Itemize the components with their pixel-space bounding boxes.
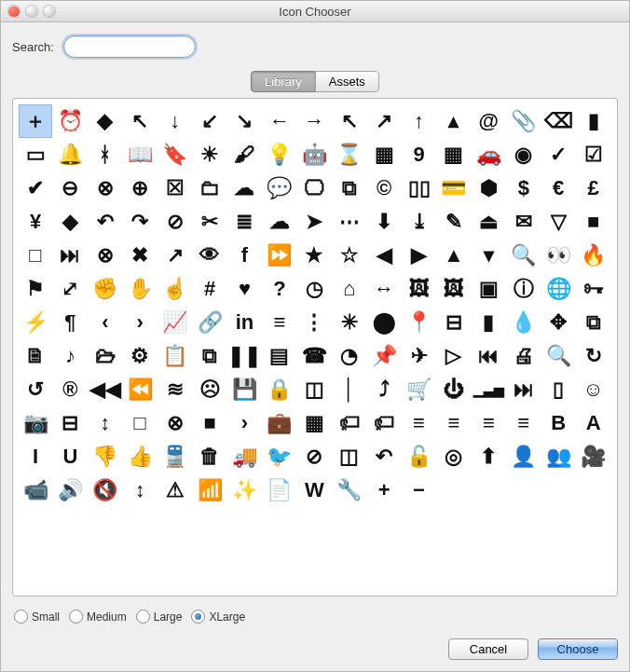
document-export-icon[interactable]: 📄 bbox=[263, 473, 296, 507]
battery-icon[interactable]: ▭ bbox=[19, 138, 52, 171]
do-not-enter-icon[interactable]: ⊘ bbox=[158, 205, 192, 239]
step-forward-icon[interactable]: ⏭ bbox=[53, 239, 87, 272]
play-icon[interactable]: ▶ bbox=[403, 239, 436, 272]
brightness-icon[interactable]: ☀ bbox=[193, 138, 226, 171]
square-filled-icon[interactable]: ■ bbox=[193, 406, 226, 440]
warning-triangle-icon[interactable]: ⚠ bbox=[158, 473, 192, 507]
download-icon[interactable]: ⤓ bbox=[403, 205, 436, 239]
rotate-ccw-icon[interactable]: ↺ bbox=[19, 373, 52, 406]
redo-icon[interactable]: ↷ bbox=[123, 205, 157, 239]
eject-icon[interactable]: ⏏ bbox=[472, 205, 505, 239]
caret-up-icon[interactable]: ▴ bbox=[437, 104, 471, 138]
sitemap-icon[interactable]: ⧉ bbox=[577, 306, 610, 339]
checkbox-checked-icon[interactable]: ☑ bbox=[577, 138, 610, 171]
size-large-radio[interactable]: Large bbox=[136, 610, 183, 624]
bookmark-icon[interactable]: 🔖 bbox=[158, 138, 192, 171]
arrow-down-left-icon[interactable]: ↙ bbox=[193, 104, 226, 138]
circle-clock-icon[interactable]: ◷ bbox=[297, 272, 331, 306]
list-numbered-icon[interactable]: ⋮ bbox=[297, 306, 331, 339]
window-minimize-button[interactable] bbox=[26, 6, 37, 17]
pie-chart-icon[interactable]: ◔ bbox=[333, 339, 366, 373]
volume-icon[interactable]: 🔊 bbox=[53, 473, 87, 507]
resize-horizontal-icon[interactable]: ↔ bbox=[367, 272, 401, 306]
bell-icon[interactable]: 🔔 bbox=[53, 138, 87, 171]
cursor-arrow-icon[interactable]: ↖ bbox=[123, 104, 157, 138]
arrow-down-icon[interactable]: ↓ bbox=[158, 104, 192, 138]
map-pin-icon[interactable]: ⬤ bbox=[367, 306, 401, 339]
backspace-icon[interactable]: ⌫ bbox=[541, 104, 575, 138]
dropper-icon[interactable]: 💧 bbox=[507, 306, 541, 339]
minus-square-icon[interactable]: ⊟ bbox=[437, 306, 471, 339]
sad-face-icon[interactable]: ☹ bbox=[193, 373, 226, 406]
train-icon[interactable]: 🚆 bbox=[158, 440, 192, 473]
mobile-icon[interactable]: ▮ bbox=[472, 306, 505, 339]
home-icon[interactable]: ⌂ bbox=[333, 272, 366, 306]
circle-arrow-up-icon[interactable]: ⬆ bbox=[472, 440, 505, 473]
fast-forward-icon[interactable]: ⏩ bbox=[263, 239, 296, 272]
gear-icon[interactable]: ⚙ bbox=[123, 339, 157, 373]
bluetooth-icon[interactable]: ᚼ bbox=[89, 138, 122, 171]
flame-icon[interactable]: 🔥 bbox=[577, 239, 610, 272]
window-icon[interactable]: ◫ bbox=[333, 440, 366, 473]
align-center-icon[interactable]: ≡ bbox=[472, 406, 505, 440]
eye-icon[interactable]: 👁 bbox=[193, 239, 226, 272]
folder-open-icon[interactable]: 🗁 bbox=[89, 339, 122, 373]
columns-icon[interactable]: ▯▯ bbox=[403, 171, 436, 205]
globe-icon[interactable]: 🌐 bbox=[541, 272, 575, 306]
rotate-cw-icon[interactable]: ↻ bbox=[577, 339, 610, 373]
tag-remove-icon[interactable]: 🏷 bbox=[367, 406, 401, 440]
paint-brush-icon[interactable]: 🖌 bbox=[227, 138, 261, 171]
at-sign-icon[interactable]: @ bbox=[472, 104, 505, 138]
calendar-day-icon[interactable]: 9 bbox=[403, 138, 436, 171]
airplane-icon[interactable]: ✈ bbox=[403, 339, 436, 373]
image-icon[interactable]: 🖼 bbox=[403, 272, 436, 306]
cloud-filled-icon[interactable]: ☁ bbox=[227, 171, 261, 205]
monitor-icon[interactable]: 🖵 bbox=[297, 171, 331, 205]
skip-back-icon[interactable]: ⏮ bbox=[472, 339, 505, 373]
print-preview-icon[interactable]: 🔍 bbox=[541, 339, 575, 373]
download-cloud-icon[interactable]: ☁ bbox=[263, 205, 296, 239]
italic-icon[interactable]: I bbox=[19, 440, 52, 473]
euro-icon[interactable]: € bbox=[541, 171, 575, 205]
arrow-up-left-icon[interactable]: ↖ bbox=[333, 104, 366, 138]
line-chart-icon[interactable]: 📈 bbox=[158, 306, 192, 339]
envelope-icon[interactable]: ✉ bbox=[507, 205, 541, 239]
navigation-cursor-icon[interactable]: ➤ bbox=[297, 205, 331, 239]
users-icon[interactable]: 👥 bbox=[541, 440, 575, 473]
tag-icon[interactable]: 🏷 bbox=[333, 406, 366, 440]
calculator-icon[interactable]: ▦ bbox=[367, 138, 401, 171]
hand-pointer-icon[interactable]: ☝ bbox=[158, 272, 192, 306]
bar-chart-icon[interactable]: ▮ bbox=[577, 104, 610, 138]
trash-icon[interactable]: 🗑 bbox=[193, 440, 226, 473]
signal-bars-icon[interactable]: ▁▃▅ bbox=[472, 373, 505, 406]
x-square-icon[interactable]: ☒ bbox=[158, 171, 192, 205]
star-outline-icon[interactable]: ☆ bbox=[333, 239, 366, 272]
circle-x-icon[interactable]: ⊗ bbox=[89, 171, 122, 205]
save-floppy-icon[interactable]: 💾 bbox=[227, 373, 261, 406]
car-icon[interactable]: 🚗 bbox=[472, 138, 505, 171]
arrow-right-icon[interactable]: → bbox=[297, 104, 331, 138]
cancel-button[interactable]: Cancel bbox=[448, 638, 528, 660]
magnifier-icon[interactable]: 🔍 bbox=[507, 239, 541, 272]
flag-icon[interactable]: ⚑ bbox=[19, 272, 52, 306]
align-right-icon[interactable]: ≡ bbox=[507, 406, 541, 440]
scissors-icon[interactable]: ✂ bbox=[193, 205, 226, 239]
grid-icon[interactable]: ▦ bbox=[297, 406, 331, 440]
paperclip-icon[interactable]: 📎 bbox=[507, 104, 541, 138]
volume-mute-icon[interactable]: 🔇 bbox=[89, 473, 122, 507]
word-icon[interactable]: W bbox=[297, 473, 331, 507]
filter-funnel-icon[interactable]: ▾ bbox=[472, 239, 505, 272]
arrow-left-icon[interactable]: ← bbox=[263, 104, 296, 138]
thumbs-up-icon[interactable]: 👍 bbox=[123, 440, 157, 473]
pushpin-icon[interactable]: 📌 bbox=[367, 339, 401, 373]
paragraph-icon[interactable]: ¶ bbox=[53, 306, 87, 339]
pencil-edit-icon[interactable]: ✎ bbox=[437, 205, 471, 239]
underline-icon[interactable]: U bbox=[53, 440, 87, 473]
zoom-in-icon[interactable]: + bbox=[367, 473, 401, 507]
power-icon[interactable]: ⏻ bbox=[437, 373, 471, 406]
collapse-icon[interactable]: ⊟ bbox=[53, 406, 87, 440]
printer-icon[interactable]: 🖨 bbox=[507, 339, 541, 373]
video-recorder-icon[interactable]: 📹 bbox=[19, 473, 52, 507]
info-icon[interactable]: ⓘ bbox=[507, 272, 541, 306]
thumbs-down-icon[interactable]: 👎 bbox=[89, 440, 122, 473]
